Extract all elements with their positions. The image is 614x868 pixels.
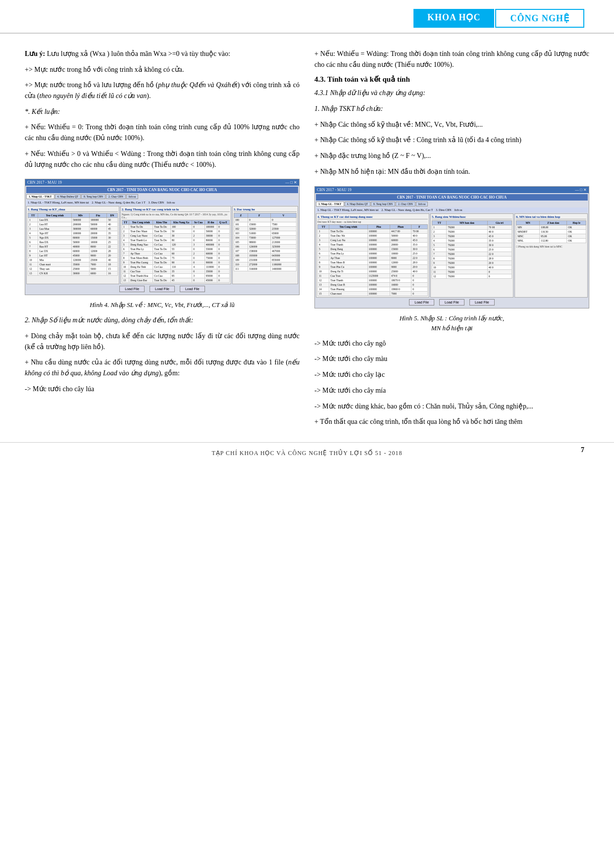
screenshot-fig5: CBN 2017 - MAU 19 — □ ✕ CBN 2017 - TINH … (314, 186, 589, 308)
ss5-header: CBN 2017 - TINH TOAN CAN BANG NUOC CHO C… (316, 194, 588, 201)
cong-nghe-badge: CÔNG NGHỆ (495, 9, 584, 28)
luu-y-paragraph: Lưu ý: Lưu lượng xả (Wxa ) luôn thỏa mãn… (25, 49, 300, 59)
screenshot-fig5-container: CBN 2017 - MAU 19 — □ ✕ CBN 2017 - TINH … (314, 186, 589, 308)
ss5-bottom: Load File Load File Load File (316, 298, 588, 307)
left-p1: + Dòng chảy mặt toàn bộ, chưa kể đến các… (25, 331, 300, 352)
ss5-titlebar: CBN 2017 - MAU 19 — □ ✕ (315, 187, 589, 193)
screenshot-fig4: CBN 2017 - MAU 19 — □ ✕ CBN 2017 - TINH … (25, 179, 300, 295)
main-content: Lưu ý: Lưu lượng xả (Wxa ) luôn thỏa mãn… (0, 34, 614, 442)
ss5-col-container: 4. Thong so KT cac doi tuong dung nuoc D… (316, 213, 588, 298)
arrow-ngo: -> Mức tưới cho cây ngô (314, 338, 589, 349)
fig4-caption: Hình 4. Nhập SL về : MNC, Vc, Vbt, Ftưới… (25, 300, 300, 310)
ket-luan-paragraph: *. Kết luận: (25, 106, 300, 117)
ss5-col3-note: □ Phong xu khi dung MN hien tai la MNC (516, 245, 586, 248)
ss4-col-container: 1. Bang Thong so KT_chua TTTen Cong trin… (26, 206, 298, 284)
luu-y-text: Lưu lượng xả (Wxa ) luôn thỏa mãn Wxa >=… (45, 50, 230, 57)
ss4-col3-title: 3. Dac trung ho (234, 207, 297, 212)
ss4-load-btn2[interactable]: Load File (150, 286, 175, 292)
ss5-col2: 5. Bang sieu Wthieu/luoc TTMN ban dauGia… (430, 213, 513, 298)
item1-paragraph: +> Mực nước trong hồ với công trình xả k… (25, 64, 300, 75)
section2-title: 2. Nhập Số liệu mức nước dùng, dòng chảy… (25, 315, 300, 326)
ss5-col3: 6. MN hien tai va bien thien hop MNZ ban… (514, 213, 588, 298)
section-43-title: 4.3. Tính toán và kết quả tính (314, 75, 589, 84)
arrow1-paragraph: -> Mức tưới cho cây lúa (25, 384, 300, 395)
ss4-tab3: 8. Tong hop CBN (81, 194, 105, 199)
screenshot-container: CBN 2017 - MAU 19 — □ ✕ CBN 2017 - TINH … (25, 179, 300, 295)
footer-text: TẠP CHÍ KHOA HỌC VÀ CÔNG NGHỆ THỦY LỢI S… (211, 450, 402, 457)
ss5-col1: 4. Thong so KT cac doi tuong dung nuoc D… (316, 213, 429, 298)
ss4-load-btn1[interactable]: Load File (119, 286, 145, 292)
ton-that-paragraph: + Tổn thất qua các công trình, tổn thất … (314, 416, 589, 427)
neu1-paragraph: + Nếu: Wthiếu = 0: Trong thời đoạn tính … (25, 122, 300, 143)
ss5-table1: TTTen Cong trinhPhuPhanF 1Tran Tu Do1000… (317, 224, 428, 296)
luu-y-label: Lưu ý: (25, 50, 45, 57)
footer: TẠP CHÍ KHOA HỌC VÀ CÔNG NGHỆ THỦY LỢI S… (0, 442, 614, 461)
neu-wthieu-eq-paragraph: + Nếu: Wthiếu = Wdùng: Trong thời đoạn t… (314, 49, 589, 70)
ss4-col1-title: 1. Bang Thong so KT_chua (28, 207, 118, 212)
ss5-tab1: 1. Nhap GL - TSKT (316, 202, 344, 206)
ket-luan-label: *. Kết luận: (25, 108, 60, 115)
ss5-col1-desc: Doi tuoc KT day nuoc - ca kieu bien tap (317, 220, 428, 223)
arrow-lac: -> Mức tưới cho cây lạc (314, 369, 589, 380)
nhap1-p3: + Nhập đặc trưng lòng hồ (Z ~ F ~ V),... (314, 151, 589, 161)
nhap1-p2: + Nhập Các thông số kỹ thuật về : Công t… (314, 135, 589, 146)
neu2-paragraph: + Nếu: Wthiếu > 0 và Wthiếu < Wdùng : Tr… (25, 149, 300, 170)
fig5-caption: Hình 5. Nhập SL : Công trình lấy nước, M… (314, 313, 589, 333)
sub-title-paragraph: 4.3.1 Nhập dữ liệu và chạy ứng dụng: (314, 88, 589, 99)
item2-prefix: +> Mực nước trong hồ và lưu lượng đến hồ… (25, 81, 158, 89)
ss4-tab1: 1. Nhap GL - TSKT (26, 194, 54, 199)
ss5-tab2: 4. Nhap Dulieu QT (345, 202, 370, 206)
ss4-subtitle: 1. Nhap GL - TSKT Hlong, LaN nuoc, MN hi… (26, 200, 298, 205)
nhap1-p4: + Nhập MN hồ hiện tại: MN đầu thời đoạn … (314, 166, 589, 177)
footer-page: 7 (581, 446, 584, 454)
ss5-col2-title: 5. Bang sieu Wthieu/luoc (432, 215, 512, 219)
ss5-col1-title: 4. Thong so KT cac doi tuong dung nuoc (317, 215, 428, 219)
ss4-tab5: lich su (126, 194, 139, 199)
item2-italic: phụ thuộc Qđến và Qxáhết (158, 81, 237, 89)
ss4-tabs: 1. Nhap GL - TSKT 4. Nhap Dulieu QT 8. T… (26, 194, 298, 199)
ss5-load-btn3[interactable]: Load File (469, 299, 495, 306)
ss4-tab2: 4. Nhap Dulieu QT (55, 194, 81, 199)
ss4-col2-desc: Nguon: 1) Cong trinh xa lu co cua, MN th… (122, 213, 230, 219)
ss5-tabs: 1. Nhap GL - TSKT 4. Nhap Dulieu QT 8. T… (316, 202, 588, 206)
ss4-bottom: Load File Load File Load File (26, 284, 298, 294)
item2-end: ). (147, 92, 151, 100)
ss4-col3: 3. Dac trung ho ZFV 10000 101150007500 1… (232, 206, 298, 284)
ss4-load-btn3[interactable]: Load File (180, 286, 205, 292)
arrow-mau: -> Mức tưới cho cây màu (314, 354, 589, 364)
ss4-table1: TTTen Cong trinhMfvFtuDN 1Lua DX50000010… (28, 213, 118, 276)
left-p2: + Nhu cầu dùng nước của ác đối tượng dùn… (25, 357, 300, 378)
ss5-col3-title: 6. MN hien tai va bien thien hop (516, 215, 586, 219)
ss5-tab5: lich su (416, 202, 428, 206)
ss5-tab3: 8. Tong hop CBN (371, 202, 395, 206)
nhap1-p1: + Nhập Các thông số kỹ thuật về: MNC, Vc… (314, 119, 589, 130)
arrow-khac: -> Mức nước dùng khác, bao gồm có : Chăn… (314, 401, 589, 412)
ss5-table2: TTMN ban dauGia tri 17920070 00 27920040… (432, 220, 512, 279)
ss4-col1: 1. Bang Thong so KT_chua TTTen Cong trin… (26, 206, 119, 284)
arrow-mia: -> Mức tưới cho cây mía (314, 385, 589, 396)
nhap1-title-paragraph: 1. Nhập TSKT hồ chứa: (314, 103, 589, 114)
ss4-header: CBN 2017 - TINH TOAN CAN BANG NUOC CHO C… (26, 187, 298, 193)
ss4-table3: ZFV 10000 101150007500 1023200023500 103… (234, 213, 297, 271)
ss5-load-btn2[interactable]: Load File (439, 299, 464, 306)
page-header: KHOA HỌC CÔNG NGHỆ (0, 0, 614, 34)
ss5-inner: CBN 2017 - TINH TOAN CAN BANG NUOC CHO C… (315, 193, 589, 308)
ss4-col2-title: 2. Bang Thong so KT cac cong trinh xn lu (122, 207, 230, 212)
ss5-load-btn1[interactable]: Load File (409, 299, 434, 306)
khoa-hoc-badge: KHOA HỌC (413, 9, 495, 28)
left-column: Lưu ý: Lưu lượng xả (Wxa ) luôn thỏa mãn… (25, 49, 300, 432)
item2-italic2: theo nguyên lý điều tiết lũ có cửa van (40, 92, 147, 100)
ss4-inner: CBN 2017 - TINH TOAN CAN BANG NUOC CHO C… (25, 186, 299, 295)
ss5-tab4: 2. Chay CBN (396, 202, 415, 206)
item2-paragraph: +> Mực nước trong hồ và lưu lượng đến hồ… (25, 80, 300, 101)
ss5-subtitle: 1. Nhap GL - TSKT Hlong, LaN nuoc, MN hi… (316, 207, 588, 212)
footer-wrap: TẠP CHÍ KHOA HỌC VÀ CÔNG NGHỆ THỦY LỢI S… (0, 442, 614, 461)
ss4-tab4: 2. Chay CBN (106, 194, 126, 199)
ss4-table2: TTTen Cong trinhKieu ThoKha Nang XaSo Cu… (122, 220, 230, 283)
ss5-table3: MNZ ban dauHop le MN108.00OK MNDBT110.50… (516, 220, 586, 243)
ss4-titlebar: CBN 2017 - MAU 19 — □ ✕ (25, 179, 299, 186)
right-column: + Nếu: Wthiếu = Wdùng: Trong thời đoạn t… (314, 49, 589, 432)
ss4-col2: 2. Bang Thong so KT cac cong trinh xn lu… (120, 206, 231, 284)
